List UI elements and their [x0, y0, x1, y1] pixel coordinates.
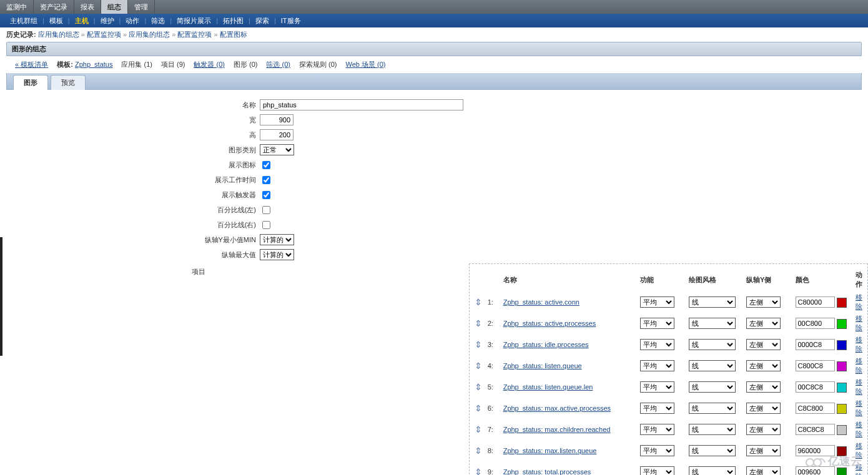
- legend-checkbox[interactable]: [262, 161, 270, 169]
- subnav-item-active[interactable]: 主机: [70, 16, 94, 26]
- history-link[interactable]: 配置图标: [220, 31, 247, 38]
- side-select[interactable]: 左侧: [746, 381, 781, 393]
- drag-handle-icon[interactable]: ⇕: [475, 318, 482, 328]
- item-link[interactable]: Zphp_status: max.active.processes: [503, 404, 611, 412]
- subnav-item[interactable]: 拓扑图: [218, 16, 249, 26]
- history-link[interactable]: 应用集的组态: [38, 31, 79, 38]
- remove-link[interactable]: 移除: [856, 293, 862, 310]
- func-select[interactable]: 平均: [640, 296, 674, 308]
- style-select[interactable]: 线: [689, 403, 736, 414]
- color-swatch[interactable]: [837, 319, 847, 329]
- side-select[interactable]: 左侧: [746, 466, 781, 475]
- remove-link[interactable]: 移除: [856, 399, 862, 416]
- remove-link[interactable]: 移除: [856, 378, 862, 395]
- drag-handle-icon[interactable]: ⇕: [475, 297, 482, 307]
- history-link[interactable]: 配置监控项: [177, 31, 212, 38]
- subnav-item[interactable]: 筛选: [146, 16, 170, 26]
- color-swatch[interactable]: [837, 340, 847, 350]
- item-link[interactable]: Zphp_status: listen.queue.len: [503, 383, 593, 391]
- style-select[interactable]: 线: [689, 381, 736, 393]
- func-select[interactable]: 平均: [640, 381, 674, 393]
- item-link[interactable]: Zphp_status: idle.processes: [503, 341, 589, 348]
- remove-link[interactable]: 移除: [856, 357, 862, 374]
- tab-preview[interactable]: 预览: [51, 75, 86, 90]
- history-link[interactable]: 应用集的组态: [129, 31, 170, 38]
- drag-handle-icon[interactable]: ⇕: [475, 467, 482, 475]
- item-link[interactable]: Zphp_status: listen.queue: [503, 362, 582, 370]
- item-link[interactable]: Zphp_status: active.conn: [503, 298, 579, 306]
- func-select[interactable]: 平均: [640, 445, 674, 456]
- subnav-item[interactable]: 主机群组: [5, 16, 42, 26]
- style-select[interactable]: 线: [689, 466, 736, 475]
- ymin-select[interactable]: 计算的: [260, 234, 294, 245]
- topnav-item[interactable]: 监测中: [0, 0, 34, 14]
- color-swatch[interactable]: [837, 298, 847, 308]
- style-select[interactable]: 线: [689, 318, 736, 329]
- subnav-item[interactable]: 动作: [121, 16, 144, 26]
- drag-handle-icon[interactable]: ⇕: [475, 382, 482, 392]
- side-select[interactable]: 左侧: [746, 445, 781, 456]
- color-input[interactable]: [796, 296, 835, 308]
- style-select[interactable]: 线: [689, 424, 736, 435]
- func-select[interactable]: 平均: [640, 339, 674, 350]
- back-to-templates[interactable]: « 模板清单: [15, 60, 48, 69]
- drag-handle-icon[interactable]: ⇕: [475, 340, 482, 350]
- drag-handle-icon[interactable]: ⇕: [475, 403, 482, 413]
- side-select[interactable]: 左侧: [746, 296, 781, 308]
- graphtype-select[interactable]: 正常: [260, 144, 294, 155]
- crumb-web[interactable]: Web 场景 (0): [345, 60, 385, 69]
- color-swatch[interactable]: [837, 361, 847, 371]
- remove-link[interactable]: 移除: [856, 315, 862, 331]
- side-select[interactable]: 左侧: [746, 403, 781, 414]
- color-input[interactable]: [796, 318, 835, 329]
- drag-handle-icon[interactable]: ⇕: [475, 446, 482, 456]
- drag-handle-icon[interactable]: ⇕: [475, 424, 482, 434]
- remove-link[interactable]: 移除: [856, 421, 862, 438]
- color-swatch[interactable]: [837, 425, 847, 435]
- topnav-item[interactable]: 管理: [128, 0, 155, 14]
- topnav-item[interactable]: 报表: [74, 0, 101, 14]
- item-link[interactable]: Zphp_status: total.processes: [503, 468, 591, 475]
- style-select[interactable]: 线: [689, 360, 736, 371]
- tab-graph[interactable]: 图形: [13, 75, 48, 90]
- color-swatch[interactable]: [837, 404, 847, 414]
- style-select[interactable]: 线: [689, 296, 736, 308]
- template-link[interactable]: Zphp_status: [75, 61, 113, 68]
- subnav-item[interactable]: 维护: [96, 16, 119, 26]
- color-input[interactable]: [796, 339, 835, 350]
- topnav-item[interactable]: 资产记录: [34, 0, 74, 14]
- color-input[interactable]: [796, 381, 835, 393]
- func-select[interactable]: 平均: [640, 403, 674, 414]
- func-select[interactable]: 平均: [640, 360, 674, 371]
- side-select[interactable]: 左侧: [746, 424, 781, 435]
- name-input[interactable]: [260, 99, 463, 110]
- style-select[interactable]: 线: [689, 445, 736, 456]
- func-select[interactable]: 平均: [640, 466, 674, 475]
- subnav-item[interactable]: 探索: [250, 16, 274, 26]
- func-select[interactable]: 平均: [640, 424, 674, 435]
- crumb-filter[interactable]: 筛选 (0): [266, 60, 290, 69]
- pctleft-checkbox[interactable]: [262, 206, 270, 214]
- item-link[interactable]: Zphp_status: max.children.reached: [503, 426, 611, 433]
- style-select[interactable]: 线: [689, 339, 736, 350]
- drag-handle-icon[interactable]: ⇕: [475, 361, 482, 371]
- side-select[interactable]: 左侧: [746, 360, 781, 371]
- func-select[interactable]: 平均: [640, 318, 674, 329]
- item-link[interactable]: Zphp_status: max.listen.queue: [503, 447, 597, 454]
- item-link[interactable]: Zphp_status: active.processes: [503, 320, 596, 327]
- color-input[interactable]: [796, 424, 835, 435]
- pctright-checkbox[interactable]: [262, 221, 270, 229]
- color-input[interactable]: [796, 403, 835, 414]
- crumb-items[interactable]: 项目 (9): [161, 60, 185, 69]
- side-select[interactable]: 左侧: [746, 339, 781, 350]
- subnav-item[interactable]: IT服务: [276, 16, 306, 26]
- crumb-trigger[interactable]: 触发器 (0): [194, 60, 225, 69]
- color-swatch[interactable]: [837, 383, 847, 393]
- worktime-checkbox[interactable]: [262, 176, 270, 184]
- history-link[interactable]: 配置监控项: [87, 31, 121, 38]
- subnav-item[interactable]: 简报片展示: [172, 16, 216, 26]
- trigger-checkbox[interactable]: [262, 191, 270, 199]
- color-input[interactable]: [796, 360, 835, 371]
- crumb-appset[interactable]: 应用集 (1): [121, 60, 152, 69]
- height-input[interactable]: [260, 129, 293, 140]
